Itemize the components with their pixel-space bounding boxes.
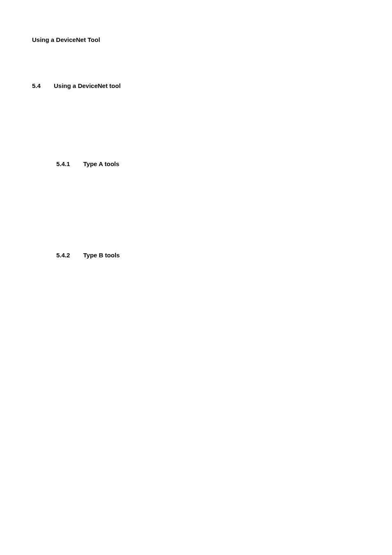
- page-header: Using a DeviceNet Tool: [32, 36, 100, 43]
- subsection-title-2: Type B tools: [83, 252, 120, 259]
- subsection-heading-2: 5.4.2 Type B tools: [56, 252, 120, 259]
- section-title: Using a DeviceNet tool: [54, 82, 121, 89]
- section-heading: 5.4 Using a DeviceNet tool: [32, 82, 121, 89]
- page-header-text: Using a DeviceNet Tool: [32, 36, 100, 43]
- subsection-number-1: 5.4.1: [56, 160, 70, 167]
- subsection-title-1: Type A tools: [83, 160, 120, 167]
- section-number: 5.4: [32, 82, 41, 89]
- subsection-number-2: 5.4.2: [56, 252, 70, 259]
- subsection-heading-1: 5.4.1 Type A tools: [56, 160, 119, 167]
